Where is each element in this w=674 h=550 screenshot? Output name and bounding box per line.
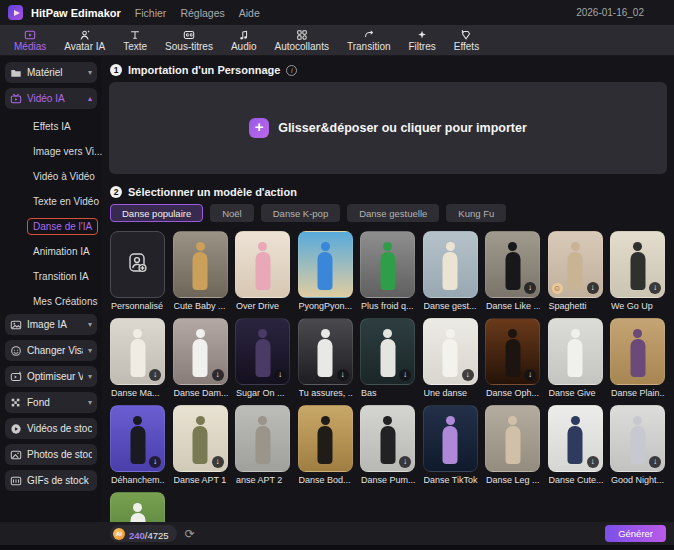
download-icon[interactable]: ↓ <box>524 369 536 381</box>
sidebar-item-effets-ia[interactable]: Effets IA <box>5 114 97 139</box>
tab-autocollants[interactable]: Autocollants <box>266 25 336 55</box>
tab-sous-titres[interactable]: Sous-titres <box>157 25 221 55</box>
model-card[interactable]: Danse Bod... <box>298 405 353 489</box>
sidebar-item-texte-en-vid-o[interactable]: Texte en Vidéo <box>5 189 97 214</box>
model-card[interactable]: Danse TikTok <box>423 405 478 489</box>
sidebar-item-image-vers-vi-[interactable]: Image vers Vi... <box>5 139 97 164</box>
download-icon[interactable]: ↓ <box>149 369 161 381</box>
info-icon[interactable]: i <box>286 65 297 76</box>
dancer-silhouette <box>505 252 520 290</box>
model-thumbnail: ↓ <box>110 318 165 385</box>
download-icon[interactable]: ↓ <box>212 456 224 468</box>
sidebar-item-vid-o-ia[interactable]: Vidéo IA▴ <box>5 88 97 109</box>
dancer-silhouette <box>630 426 645 464</box>
sidebar-item-image-ia[interactable]: Image IA▾ <box>5 314 97 335</box>
download-icon[interactable]: ↓ <box>399 369 411 381</box>
tab-audio[interactable]: Audio <box>223 25 265 55</box>
model-card[interactable]: ↓Danse Dam... <box>173 318 228 402</box>
model-card[interactable]: ↓Bas <box>360 318 415 402</box>
tab-médias[interactable]: Médias <box>6 25 54 55</box>
model-card[interactable]: ↓Une danse <box>423 318 478 402</box>
tab-filtres[interactable]: Filtres <box>401 25 444 55</box>
sidebar-item-animation-ia[interactable]: Animation IA <box>5 239 97 264</box>
download-icon[interactable]: ↓ <box>274 369 286 381</box>
step2-header: 2 Sélectionner un modèle d'action <box>110 186 667 198</box>
chip-kung-fu[interactable]: Kung Fu <box>446 204 506 222</box>
model-card[interactable]: ↓Danse Like ... <box>485 231 540 315</box>
custom-model-card[interactable]: Personnalisé <box>110 231 165 315</box>
credits-used: 240 <box>129 530 145 541</box>
credits-pill[interactable]: AI 240/4725 <box>110 525 177 542</box>
model-card[interactable]: ↓Good Night... <box>610 405 665 489</box>
sidebar-item-vid-o-vid-o[interactable]: Vidéo à Vidéo <box>5 164 97 189</box>
chip-danse-populaire[interactable]: Danse populaire <box>110 204 203 222</box>
sidebar-item-mat-riel[interactable]: Matériel▾ <box>5 62 97 83</box>
model-card[interactable]: ↓We Go Up <box>610 231 665 315</box>
step1-header: 1 Importation d'un Personnage i <box>110 64 667 76</box>
model-card[interactable]: ↓Danse Pum... <box>360 405 415 489</box>
download-icon[interactable]: ↓ <box>649 456 661 468</box>
model-card[interactable]: ↓Danse APT 1 <box>173 405 228 489</box>
download-icon[interactable]: ↓ <box>649 282 661 294</box>
sidebar-item-danse-de-l-ia[interactable]: Danse de l'IA <box>5 214 97 239</box>
model-card[interactable]: ↓Danse Ma... <box>110 318 165 402</box>
model-grid: PersonnaliséCute Baby ...Over DrivePyong… <box>109 231 667 550</box>
model-card[interactable]: Plus froid q... <box>360 231 415 315</box>
download-icon[interactable]: ↓ <box>524 282 536 294</box>
download-icon[interactable]: ↓ <box>587 282 599 294</box>
download-icon[interactable]: ↓ <box>587 456 599 468</box>
model-card[interactable]: PyongPyon... <box>298 231 353 315</box>
model-card[interactable]: ↓Danse Oph... <box>485 318 540 402</box>
folder-icon <box>10 67 22 79</box>
model-card[interactable]: anse APT 2 <box>235 405 290 489</box>
tab-avatar-ia[interactable]: Avatar IA <box>56 25 113 55</box>
menu-réglages[interactable]: Réglages <box>180 7 224 19</box>
refresh-icon[interactable]: ⟳ <box>185 527 195 541</box>
menu-aide[interactable]: Aide <box>239 7 260 19</box>
sidebar-item-changer-visa-[interactable]: Changer Visa...▾ <box>5 340 97 361</box>
tab-texte[interactable]: Texte <box>115 25 155 55</box>
model-card[interactable]: Danse Plain... <box>610 318 665 402</box>
sidebar-item-fond[interactable]: Fond▾ <box>5 392 97 413</box>
download-icon[interactable]: ↓ <box>149 456 161 468</box>
chip-danse-k-pop[interactable]: Danse K-pop <box>261 204 340 222</box>
model-label: Danse Leg ... <box>486 475 540 485</box>
sidebar-item-mes-cr-ations[interactable]: Mes Créations <box>5 289 97 314</box>
chip-danse-gestuelle[interactable]: Danse gestuelle <box>347 204 439 222</box>
download-icon[interactable]: ↓ <box>212 369 224 381</box>
download-icon[interactable]: ↓ <box>462 369 474 381</box>
sidebar-item-transition-ia[interactable]: Transition IA <box>5 264 97 289</box>
chip-no-l[interactable]: Noël <box>210 204 254 222</box>
model-card[interactable]: Over Drive <box>235 231 290 315</box>
sidebar-item-gifs-de-stock[interactable]: GIFs de stock <box>5 470 97 491</box>
menu-fichier[interactable]: Fichier <box>135 7 167 19</box>
tab-effets[interactable]: Effets <box>446 25 487 55</box>
sidebar-item-label: GIFs de stock <box>27 475 92 486</box>
model-card[interactable]: ↓Danse Cute... <box>548 405 603 489</box>
tab-label: Audio <box>231 42 257 52</box>
model-card[interactable]: Danse Give <box>548 318 603 402</box>
download-icon[interactable]: ↓ <box>399 456 411 468</box>
model-card[interactable]: ↓Sugar On ... <box>235 318 290 402</box>
sidebar-item-photos-de-stock[interactable]: Photos de stock <box>5 444 97 465</box>
tab-transition[interactable]: Transition <box>339 25 399 55</box>
filters-icon <box>416 29 428 41</box>
model-thumbnail: ↓ <box>423 318 478 385</box>
sidebar-item-optimiseur-vi-[interactable]: Optimiseur Vi...▾ <box>5 366 97 387</box>
model-thumbnail: ☺↓ <box>548 231 603 298</box>
model-card[interactable]: Danse gest... <box>423 231 478 315</box>
model-thumbnail <box>298 231 353 298</box>
model-card[interactable]: ☺↓Spaghetti <box>548 231 603 315</box>
model-card[interactable]: ↓Tu assures, ... <box>298 318 353 402</box>
tab-label: Filtres <box>409 42 436 52</box>
model-card[interactable]: Danse Leg ... <box>485 405 540 489</box>
generate-button[interactable]: Générer <box>605 525 666 542</box>
model-card[interactable]: Cute Baby ... <box>173 231 228 315</box>
sidebar-item-label: Danse de l'IA <box>27 218 98 235</box>
model-label: Danse Oph... <box>486 388 540 398</box>
download-icon[interactable]: ↓ <box>337 369 349 381</box>
sidebar-item-vid-os-de-stock[interactable]: Vidéos de stock <box>5 418 97 439</box>
import-dropzone[interactable]: + Glisser&déposer ou cliquer pour import… <box>109 82 667 174</box>
model-label: Danse Ma... <box>111 388 165 398</box>
model-card[interactable]: ↓Déhanchem... <box>110 405 165 489</box>
